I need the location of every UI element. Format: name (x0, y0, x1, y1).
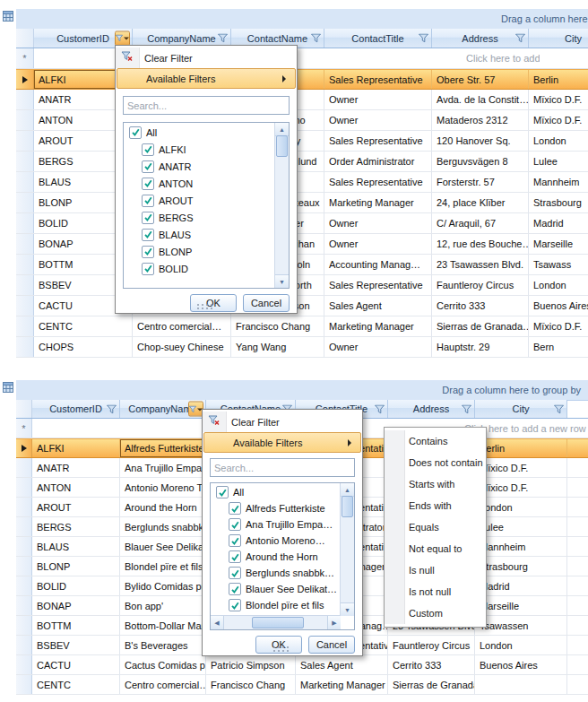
cell-city[interactable]: Marseille (529, 234, 588, 254)
cell-companyname[interactable]: Bottom-Dollar Mar… (120, 616, 206, 635)
grid-row-blaus[interactable]: BLAUSHanna MoosSales RepresentativeForst… (16, 172, 588, 193)
cell-customerid[interactable]: ANTON (32, 478, 120, 497)
cell-contacttitle[interactable]: Owner (324, 90, 432, 109)
grid-row-bergs[interactable]: BERGSChristina BerglundOrder Administrat… (16, 152, 588, 172)
filter-value-item[interactable]: Antonio Moreno… (212, 533, 340, 549)
cell-contacttitle[interactable]: Marketing Manager (324, 193, 432, 212)
filter-value-item[interactable]: BERGS (125, 209, 274, 226)
cell-contacttitle[interactable]: Sales Representative (324, 275, 432, 295)
cell-contacttitle[interactable]: Sales Agent (324, 296, 432, 316)
grid-row-bsbev[interactable]: BSBEVVictoria AshworthSales Representati… (16, 275, 588, 296)
cell-city[interactable]: London (529, 275, 588, 295)
filter-search-input[interactable] (123, 96, 290, 115)
cell-customerid[interactable]: BOTTM (32, 616, 120, 635)
filter-icon-contacttitle[interactable] (418, 32, 429, 44)
cell-city[interactable]: Mïxico D.F. (529, 110, 588, 130)
filter-value-item[interactable]: Blondel pïre et fils (212, 597, 340, 613)
checkbox-checked-icon[interactable] (229, 583, 241, 595)
cell-companyname[interactable]: Chop-suey Chinese (133, 337, 231, 357)
cell-address[interactable]: Fauntleroy Circus (388, 636, 475, 654)
filter-value-item[interactable]: ANATR (125, 158, 274, 175)
cell-address[interactable]: Hauptstr. 29 (432, 337, 529, 357)
cell-address[interactable]: Berguvsvägen 8 (432, 152, 529, 171)
cell-companyname[interactable]: Ana Trujillo Empar… (120, 458, 206, 477)
cell-contacttitle[interactable]: Sales Representative (324, 70, 432, 89)
filter-value-item[interactable]: AROUT (125, 192, 274, 209)
filter-icon-city[interactable] (553, 403, 565, 415)
new-row[interactable]: *Click here to add a new row (16, 48, 588, 69)
cancel-button[interactable]: Cancel (308, 636, 355, 654)
filter-value-item[interactable]: Ana Trujillo Empa… (212, 516, 340, 533)
filter-value-item[interactable]: BOLID (125, 260, 274, 277)
scroll-down-button[interactable]: ▼ (341, 602, 354, 616)
checkbox-checked-icon[interactable] (216, 486, 229, 498)
grid-row-bottm[interactable]: BOTTMElizabeth LincolnAccounting Manag…2… (16, 255, 588, 275)
cell-city[interactable]: London (475, 636, 567, 654)
checkbox-checked-icon[interactable] (229, 502, 241, 515)
grid-row-alfki[interactable]: ALFKIMaria AndersSales RepresentativeObe… (16, 69, 588, 90)
checkbox-checked-icon[interactable] (229, 567, 241, 579)
cancel-button[interactable]: Cancel (243, 294, 290, 312)
cell-companyname[interactable]: Berglunds snabbk… (120, 517, 206, 536)
grid-row-cactu[interactable]: CACTUCactus Comidas p…Patricio SimpsonSa… (16, 655, 588, 675)
group-by-panel[interactable]: Drag a column here to group by (16, 380, 588, 401)
cell-customerid[interactable]: BLONP (32, 557, 120, 576)
cell-city[interactable]: Mïxico D.F. (529, 316, 588, 336)
group-by-panel[interactable]: Drag a column here to group by (16, 9, 588, 30)
checkbox-checked-icon[interactable] (142, 229, 154, 241)
grid-row-bonap[interactable]: BONAPLaurence LebihanOwner12, rue des Bo… (16, 234, 588, 255)
available-filters-item[interactable]: Available Filters (117, 68, 296, 89)
cell-customerid[interactable]: CACTU (32, 655, 120, 674)
grid-row-anton[interactable]: ANTONAntonio MorenoOwnerMataderos 2312Mï… (16, 110, 588, 131)
cell-contacttitle[interactable]: Owner (324, 337, 432, 357)
submenu-item-not-equal-to[interactable]: Not equal to (385, 538, 486, 559)
cell-address[interactable]: 12, rue des Bouche… (432, 234, 529, 254)
grid-row-chops[interactable]: CHOPSChop-suey ChineseYang WangOwnerHaup… (16, 337, 588, 358)
checkbox-checked-icon[interactable] (142, 246, 154, 258)
cell-contacttitle[interactable]: Owner (324, 213, 432, 233)
cell-city[interactable]: Mïxico D.F. (475, 478, 567, 497)
scroll-up-button[interactable]: ▲ (275, 123, 289, 136)
cell-city[interactable]: Tsawass (529, 255, 588, 274)
new-row-hint[interactable]: Click here to add a new row (466, 48, 540, 68)
cell-city[interactable]: Lulee (529, 152, 588, 171)
cell-contactname[interactable]: Patricio Simpson (206, 655, 296, 674)
cell-contacttitle[interactable]: Marketing Manager (296, 675, 388, 694)
cell-city[interactable]: Mïxico D.F. (529, 90, 588, 109)
column-header-companyname[interactable]: CompanyName (120, 400, 206, 418)
cell-companyname[interactable]: Bon app' (120, 596, 206, 615)
submenu-item-contains[interactable]: Contains (385, 430, 486, 452)
submenu-item-is-null[interactable]: Is null (385, 559, 486, 581)
checkbox-checked-icon[interactable] (229, 550, 241, 563)
cell-address[interactable]: Sierras de Granada… (432, 316, 529, 336)
cell-address[interactable]: 120 Hanover Sq. (432, 131, 529, 151)
filter-search-input[interactable] (210, 458, 355, 477)
vertical-scrollbar[interactable]: ▲ ▼ (274, 123, 289, 288)
cell-customerid[interactable]: BERGS (32, 517, 120, 536)
grid-row-bolid[interactable]: BOLIDMartín SommerOwnerC/ Araquil, 67Mad… (16, 213, 588, 234)
cell-customerid[interactable]: CHOPS (34, 337, 133, 357)
filter-value-item[interactable]: BLONP (125, 243, 274, 260)
submenu-item-ends-with[interactable]: Ends with (385, 495, 486, 516)
cell-city[interactable]: Strasbourg (529, 193, 588, 212)
cell-city[interactable]: Buenos Aires (475, 655, 567, 674)
cell-city[interactable]: London (475, 498, 567, 516)
cell-contacttitle[interactable]: Marketing Manager (324, 316, 432, 336)
scroll-up-button[interactable]: ▲ (341, 483, 354, 497)
scroll-down-button[interactable]: ▼ (275, 274, 289, 288)
checkbox-checked-icon[interactable] (142, 143, 154, 156)
filter-value-item[interactable]: Alfreds Futterkiste (212, 500, 340, 516)
grid-row-anatr[interactable]: ANATRAna TrujilloOwnerAvda. de la Consti… (16, 90, 588, 110)
cell-address[interactable]: Cerrito 333 (388, 655, 475, 674)
column-header-customerid[interactable]: CustomerID (32, 400, 120, 418)
cell-city[interactable]: Bern (529, 337, 588, 357)
cell-address[interactable]: 23 Tsawassen Blvd. (432, 255, 529, 274)
cell-address[interactable]: Mataderos 2312 (432, 110, 529, 130)
cell-contacttitle[interactable]: Sales Representative (324, 131, 432, 151)
cell-companyname[interactable]: B's Beverages (120, 636, 206, 654)
cell-address[interactable]: Avda. de la Constit… (432, 90, 529, 109)
cell-contacttitle[interactable]: Sales Representative (324, 172, 432, 192)
checkbox-checked-icon[interactable] (229, 534, 241, 547)
cell-contacttitle[interactable]: Owner (324, 110, 432, 130)
filter-values-listbox[interactable]: AllAlfreds FutterkisteAna Trujillo Empa…… (210, 482, 355, 630)
